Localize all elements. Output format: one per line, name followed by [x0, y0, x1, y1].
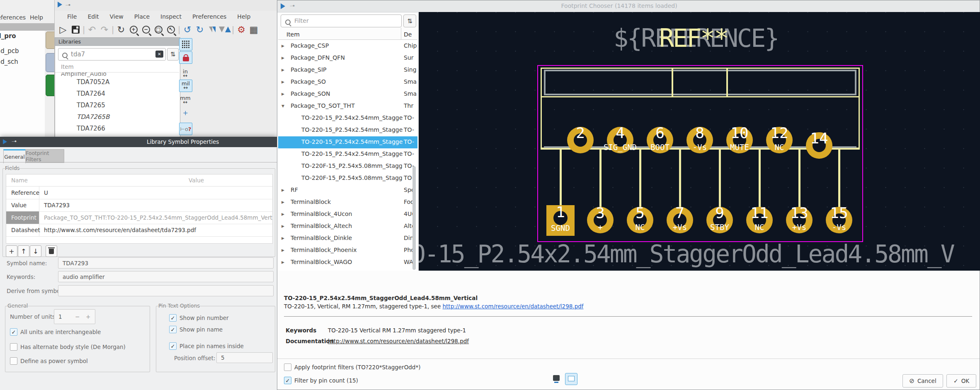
tree-item-library[interactable]: ▸Package_SIPSing: [278, 64, 417, 76]
library-item[interactable]: TDA7266: [77, 125, 105, 132]
pin-check-checkbox[interactable]: ✓: [169, 342, 177, 350]
tree-item-footprint[interactable]: TO-220-15_P2.54x2.54mm_StaggerOdd_LTO-: [278, 148, 417, 160]
menu-view[interactable]: View: [110, 13, 124, 20]
field-value[interactable]: TDA7293: [40, 199, 272, 211]
field-row[interactable]: ReferenceU: [6, 187, 272, 199]
tree-item-library[interactable]: ▸TerminalBlock_4Ucon4UC: [278, 208, 417, 220]
3d-viewer-icon[interactable]: [552, 375, 561, 384]
project-file-item[interactable]: ad_pcb: [0, 47, 19, 55]
pad-10[interactable]: 10MUTE: [726, 127, 753, 153]
derive-input[interactable]: [58, 285, 274, 296]
datasheet-link[interactable]: http://www.st.com/resource/en/datasheet/…: [443, 303, 584, 310]
footprint-preview-canvas[interactable]: ${REFERENCE} REF** 24SIG_GND6BOOT8-Vs10M…: [418, 12, 980, 271]
field-row[interactable]: ValueTDA7293: [6, 199, 272, 212]
pin-icon[interactable]: 📍︎: [64, 1, 72, 9]
pad-15[interactable]: 15-Vs: [826, 207, 852, 233]
symbol-properties-icon[interactable]: ⚙: [235, 23, 247, 36]
stepper-decrement[interactable]: −: [75, 313, 80, 320]
position-offset-input[interactable]: 5: [216, 352, 273, 363]
pad-2[interactable]: 2: [567, 127, 594, 153]
ok-button[interactable]: ✓ OK: [946, 374, 976, 388]
chevron-icon[interactable]: ▾: [281, 102, 284, 109]
sort-button[interactable]: ⇅: [167, 48, 179, 61]
chevron-icon[interactable]: ▸: [281, 247, 284, 253]
chevron-icon[interactable]: ▸: [281, 223, 284, 229]
footprint-view-icon[interactable]: [565, 373, 577, 385]
pad-3[interactable]: 3+: [587, 207, 614, 233]
library-tree-parent[interactable]: Amplifier_Audio: [61, 73, 169, 78]
library-item[interactable]: TDA7265B: [77, 113, 109, 121]
new-symbol-icon[interactable]: ▷: [57, 23, 69, 36]
tree-item-footprint[interactable]: TO-220-15_P2.54x2.54mm_StaggerEven_LTO-: [278, 124, 417, 136]
library-item[interactable]: TDA7265: [77, 102, 105, 109]
field-value[interactable]: http://www.st.com/resource/en/datasheet/…: [40, 224, 272, 236]
tree-item-library[interactable]: ▸TerminalBlock_WAGOWA: [278, 257, 417, 269]
move-down-button[interactable]: ↓: [30, 245, 41, 257]
cancel-button[interactable]: ⊘ Cancel: [902, 374, 943, 388]
tree-item-footprint[interactable]: TO-220-15_P2.54x2.54mm_StaggerOdd_LTO-: [278, 136, 417, 148]
undo-icon[interactable]: ↶: [86, 23, 98, 36]
menu-file[interactable]: File: [67, 13, 77, 20]
tree-item-library[interactable]: ▸RFSpe: [278, 184, 417, 196]
units-inches-button[interactable]: in↔: [179, 68, 192, 80]
vertical-scrollbar[interactable]: [412, 166, 416, 270]
tree-item-footprint[interactable]: TO-220F-15_P2.54x5.08mm_StaggerEven_TO-: [278, 160, 417, 172]
chevron-icon[interactable]: ▸: [281, 259, 284, 265]
pad-9[interactable]: 9STBY: [706, 207, 733, 233]
tab-footprint-filters[interactable]: Footprint Filters: [25, 149, 64, 163]
pad-11[interactable]: 11NC: [746, 207, 773, 233]
field-value[interactable]: Package_TO_SOT_THT:TO-220-15_P2.54x2.54m…: [40, 211, 272, 224]
add-field-button[interactable]: +: [6, 245, 17, 257]
filter-by-pin-count-checkbox[interactable]: ✓: [284, 377, 291, 384]
keywords-input[interactable]: audio amplifier: [58, 271, 274, 282]
delete-field-button[interactable]: [46, 245, 57, 257]
tree-column-item[interactable]: Item: [286, 31, 300, 38]
chevron-icon[interactable]: ▸: [281, 54, 284, 61]
zoom-out-icon[interactable]: −: [140, 23, 152, 36]
project-file-item[interactable]: ad_sch: [0, 58, 18, 65]
tree-column-desc[interactable]: De: [404, 31, 412, 38]
move-up-button[interactable]: ↑: [18, 245, 29, 257]
field-row[interactable]: FootprintPackage_TO_SOT_THT:TO-220-15_P2…: [6, 211, 272, 224]
symbol-name-input[interactable]: TDA7293: [58, 257, 274, 269]
pad-13[interactable]: 13+Vs: [786, 207, 813, 233]
pad-14[interactable]: 14: [806, 132, 832, 159]
menu-inspect[interactable]: Inspect: [160, 13, 182, 20]
number-of-units-stepper[interactable]: 1 − +: [54, 309, 95, 324]
rotate-ccw-icon[interactable]: ↺: [181, 23, 194, 36]
project-file-item[interactable]: d_pro: [0, 32, 16, 40]
documentation-link[interactable]: http://www.st.com/resource/en/datasheet/…: [328, 338, 469, 344]
props-titlebar[interactable]: 📍︎ Library Symbol Properties: [0, 137, 277, 147]
pin-icon[interactable]: 📍︎: [10, 138, 18, 145]
menu-preferences[interactable]: Preferences: [192, 13, 226, 20]
tree-item-footprint[interactable]: TO-220-15_P2.54x2.54mm_StaggerEven_LTO-: [278, 112, 417, 124]
refresh-icon[interactable]: ↻: [115, 23, 127, 36]
pad-5[interactable]: 5NC: [627, 207, 653, 233]
save-icon[interactable]: [69, 23, 82, 36]
pad-7[interactable]: 7+Vs: [667, 207, 693, 233]
stepper-increment[interactable]: +: [86, 313, 90, 320]
mirror-vertical-icon[interactable]: [218, 23, 231, 36]
chevron-icon[interactable]: ▸: [281, 199, 284, 205]
pad-8[interactable]: 8-Vs: [686, 127, 713, 153]
chevron-icon[interactable]: ▸: [281, 187, 284, 193]
chevron-icon[interactable]: ▸: [281, 42, 284, 49]
units-mm-button[interactable]: mm↔: [179, 94, 192, 106]
col-header-name[interactable]: Name: [11, 177, 28, 184]
apply-footprint-filters-checkbox[interactable]: [284, 363, 291, 371]
tree-item-library[interactable]: ▸TerminalBlock_AltechAlte: [278, 220, 417, 233]
tree-item-footprint[interactable]: TO-220F-15_P2.54x5.08mm_StaggerOdd_TO-: [278, 172, 417, 184]
zoom-selection-icon[interactable]: ↖: [165, 23, 177, 36]
menu-edit[interactable]: Edit: [87, 13, 99, 20]
grid-lock-icon[interactable]: [179, 51, 192, 64]
chevron-icon[interactable]: ▸: [281, 78, 284, 85]
pad-1[interactable]: 1SGND: [546, 205, 575, 236]
tree-item-library[interactable]: ▸TerminalBlock_DinkleDin: [278, 233, 417, 245]
tree-item-library[interactable]: ▸Package_DFN_QFNSur: [278, 52, 417, 64]
chevron-icon[interactable]: ▸: [281, 211, 284, 217]
fields-table[interactable]: Name Value ReferenceUValueTDA7293Footpri…: [6, 174, 273, 244]
pin-check-checkbox[interactable]: ✓: [169, 314, 177, 322]
tree-item-library[interactable]: ▸TerminalBlock_PhoenixPho: [278, 245, 417, 257]
tab-general[interactable]: General: [3, 149, 26, 163]
tree-item-library[interactable]: ▸Package_CSPChip: [278, 40, 417, 52]
